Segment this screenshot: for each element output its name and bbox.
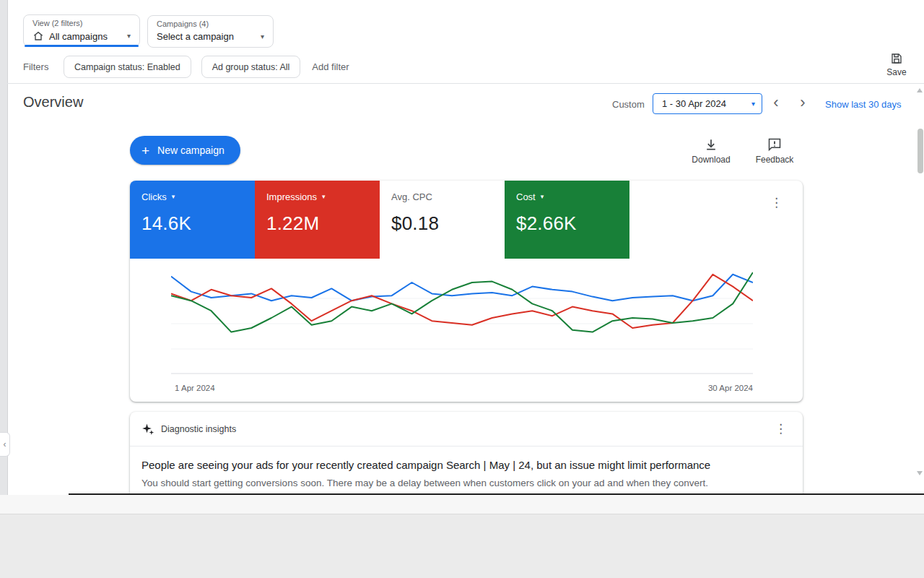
chip-ad-group-status[interactable]: Ad group status: All [201, 56, 301, 78]
download-button[interactable]: Download [690, 137, 732, 165]
metric-label: Clicks [141, 191, 167, 202]
more-options-button[interactable]: ⋮ [766, 194, 787, 212]
add-filter-button[interactable]: Add filter [312, 61, 349, 72]
chevron-down-icon: ▾ [751, 100, 755, 108]
next-period-button[interactable]: › [794, 93, 811, 113]
download-label: Download [692, 155, 730, 165]
overview-chart [171, 269, 753, 377]
home-icon [32, 30, 44, 42]
metric-value: $0.18 [391, 212, 493, 235]
feedback-icon [767, 137, 782, 152]
below-fold-background [0, 495, 924, 578]
new-campaign-label: New campaign [157, 144, 225, 156]
insights-header: Diagnostic insights ⋮ [130, 412, 803, 447]
filters-label: Filters [23, 61, 48, 72]
view-selector[interactable]: View (2 filters) All campaigns ▾ [23, 14, 140, 47]
vertical-scrollbar-thumb[interactable] [918, 129, 923, 173]
insights-headline: People are seeing your ads for your rece… [141, 459, 791, 471]
chart-line-clicks [171, 275, 753, 301]
x-axis-start-label: 1 Apr 2024 [175, 384, 215, 392]
page-title: Overview [23, 94, 83, 111]
insights-title: Diagnostic insights [161, 424, 236, 434]
date-range-value: 1 - 30 Apr 2024 [662, 98, 726, 109]
new-campaign-button[interactable]: + New campaign [130, 136, 240, 165]
insights-more-options-button[interactable]: ⋮ [770, 420, 791, 438]
save-icon [890, 52, 903, 65]
chevron-down-icon: ▾ [127, 33, 131, 40]
metric-label: Cost [516, 191, 536, 202]
save-label: Save [886, 67, 906, 77]
chip-campaign-status[interactable]: Campaign status: Enabled [64, 56, 191, 78]
panel-expand-handle[interactable]: ‹ [0, 432, 10, 457]
chevron-down-icon: ▾ [322, 194, 326, 200]
feedback-button[interactable]: Feedback [754, 137, 796, 165]
download-icon [704, 137, 718, 152]
date-range-selector[interactable]: 1 - 30 Apr 2024 ▾ [653, 93, 762, 114]
window-bottom-edge [69, 493, 924, 495]
metric-value: 1.22M [266, 212, 368, 235]
metric-label: Impressions [266, 191, 317, 202]
google-ads-overview-screen: ‹ View (2 filters) All campaigns ▾ Campa… [0, 0, 924, 578]
chevron-left-icon: ‹ [773, 93, 778, 112]
chevron-left-icon: ‹ [4, 439, 6, 449]
campaign-selector-value: Select a campaign [157, 31, 234, 42]
insights-body: You should start getting conversions soo… [141, 478, 791, 488]
chevron-right-icon: › [800, 93, 805, 112]
filter-chips-row: Campaign status: Enabled Ad group status… [64, 56, 349, 77]
campaign-selector-label: Campaigns (4) [157, 20, 264, 29]
feedback-label: Feedback [756, 155, 794, 165]
metric-label: Avg. CPC [391, 191, 432, 202]
date-mode-label: Custom [612, 99, 645, 110]
show-last-30-days-link[interactable]: Show last 30 days [825, 99, 902, 110]
metric-tile-avg-cpc[interactable]: Avg. CPC▾ $0.18 [380, 181, 505, 259]
metric-value: $2.66K [516, 212, 618, 235]
view-selector-label: View (2 filters) [32, 19, 131, 28]
chevron-down-icon: ▾ [172, 194, 175, 200]
scroll-up-arrow[interactable] [917, 88, 923, 92]
collapsed-side-panel [0, 0, 8, 495]
active-view-indicator [25, 45, 139, 47]
metric-tile-clicks[interactable]: Clicks▾ 14.6K [130, 181, 255, 259]
chevron-down-icon: ▾ [541, 194, 544, 200]
scroll-down-arrow[interactable] [917, 471, 923, 475]
chart-line-impressions [171, 275, 753, 328]
plus-icon: + [141, 144, 149, 158]
metric-tile-cost[interactable]: Cost▾ $2.66K [505, 181, 629, 259]
save-button[interactable]: Save [876, 52, 917, 77]
metric-value: 14.6K [141, 212, 243, 235]
metrics-chart-card: Clicks▾ 14.6K Impressions▾ 1.22M Avg. CP… [130, 181, 803, 402]
campaign-selector[interactable]: Campaigns (4) Select a campaign ▾ [147, 15, 274, 48]
metric-tiles-row: Clicks▾ 14.6K Impressions▾ 1.22M Avg. CP… [130, 181, 803, 259]
previous-period-button[interactable]: ‹ [767, 93, 785, 113]
metric-tile-impressions[interactable]: Impressions▾ 1.22M [255, 181, 380, 259]
ai-sparkle-icon [141, 423, 154, 436]
x-axis-end-label: 30 Apr 2024 [708, 384, 753, 392]
chevron-down-icon: ▾ [261, 33, 264, 40]
view-selector-value: All campaigns [49, 31, 108, 42]
header-divider [7, 83, 924, 84]
